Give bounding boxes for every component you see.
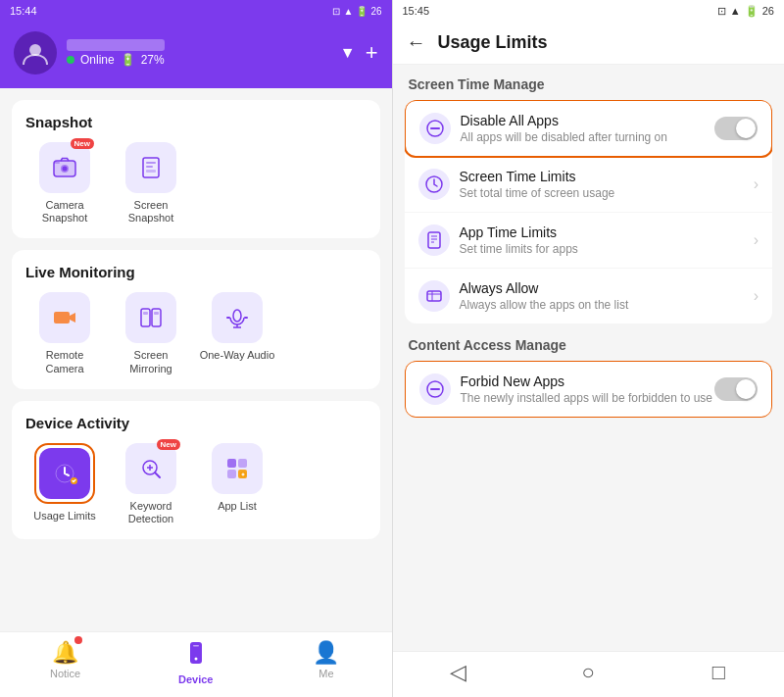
keyword-detection-item[interactable]: New Keyword Detection <box>112 443 190 525</box>
home-nav-icon: ○ <box>582 660 595 685</box>
app-time-limits-desc: Set time limits for apps <box>460 242 754 256</box>
device-icon <box>183 640 209 672</box>
nav-device[interactable]: Device <box>130 640 261 685</box>
svg-rect-39 <box>428 232 440 248</box>
camera-new-badge: New <box>71 138 94 149</box>
usage-limits-selected-border <box>34 443 95 504</box>
right-panel: 15:45 ⊡ ▲ 🔋 26 ← Usage Limits Screen Tim… <box>393 0 785 697</box>
online-indicator <box>67 56 74 64</box>
usage-limits-icon <box>39 448 90 499</box>
svg-rect-13 <box>143 312 148 315</box>
right-content: Screen Time Manage Disable All Apps <box>393 65 785 651</box>
remote-camera-label: Remote Camera <box>25 349 104 374</box>
time-right: 15:45 <box>403 5 430 17</box>
content-access-card: Forbid New Apps The newly installed apps… <box>405 361 773 418</box>
content-access-section: Content Access Manage Forbid New Apps <box>405 337 773 418</box>
always-allow-item[interactable]: Always Allow Always allow the apps on th… <box>405 269 773 324</box>
bottom-nav-right: ◁ ○ □ <box>393 651 785 697</box>
disable-all-apps-toggle[interactable] <box>714 117 758 140</box>
screen-time-limits-text: Screen Time Limits Set total time of scr… <box>460 169 754 200</box>
screen-mirroring-label: Screen Mirroring <box>112 349 190 374</box>
snapshot-grid: New Camera Snapshot Screen Snapsho <box>25 142 367 224</box>
usage-limits-item[interactable]: Usage Limits <box>25 443 104 525</box>
device-activity-section: Device Activity <box>12 401 380 539</box>
app-time-icon <box>418 224 450 256</box>
notice-badge <box>74 636 82 644</box>
camera-snapshot-label: Camera Snapshot <box>25 199 104 224</box>
screen-time-limits-item[interactable]: Screen Time Limits Set total time of scr… <box>405 157 773 213</box>
screen-mirroring-item[interactable]: Screen Mirroring <box>112 292 190 374</box>
svg-rect-8 <box>146 166 153 168</box>
status-bar-left: 15:44 ⊡ ▲ 🔋 26 <box>0 0 392 22</box>
disable-all-apps-title: Disable All Apps <box>461 113 715 128</box>
device-activity-title: Device Activity <box>25 415 367 431</box>
app-list-item[interactable]: App List <box>198 443 276 525</box>
online-label: Online <box>80 53 115 67</box>
user-header: Online 🔋 27% ▼ + <box>0 22 392 88</box>
dropdown-button[interactable]: ▼ <box>340 44 356 62</box>
battery-left: 26 <box>370 6 381 17</box>
app-list-icon <box>212 443 263 494</box>
nav-notice[interactable]: 🔔 Notice <box>0 640 130 685</box>
avatar <box>14 31 57 75</box>
svg-rect-11 <box>141 309 150 326</box>
me-label: Me <box>318 668 333 679</box>
nav-back-right[interactable]: ◁ <box>393 660 523 685</box>
disable-all-apps-desc: All apps will be disabled after turning … <box>461 130 715 144</box>
app-time-chevron: › <box>754 231 759 249</box>
always-allow-text: Always Allow Always allow the apps on th… <box>460 280 754 312</box>
forbid-new-apps-toggle[interactable] <box>714 377 758 401</box>
battery-right: 26 <box>762 5 774 17</box>
svg-rect-28 <box>227 470 236 478</box>
nav-me[interactable]: 👤 Me <box>261 640 391 685</box>
forbid-new-apps-item[interactable]: Forbid New Apps The newly installed apps… <box>406 362 772 417</box>
app-list-label: App List <box>218 500 257 513</box>
screen-time-section: Screen Time Manage Disable All Apps <box>405 76 773 324</box>
nav-home-right[interactable]: ○ <box>523 660 654 685</box>
live-monitoring-section: Live Monitoring Remote Camera <box>12 250 380 388</box>
user-info: Online 🔋 27% <box>67 39 330 67</box>
forbid-new-apps-desc: The newly installed apps will be forbidd… <box>461 391 715 405</box>
disable-all-apps-text: Disable All Apps All apps will be disabl… <box>461 113 715 144</box>
forbid-new-apps-title: Forbid New Apps <box>461 373 715 389</box>
usage-limits-label: Usage Limits <box>33 510 96 523</box>
svg-point-4 <box>63 167 68 172</box>
left-content: Snapshot New Ca <box>0 88 392 631</box>
app-time-limits-item[interactable]: App Time Limits Set time limits for apps… <box>405 213 773 269</box>
always-allow-chevron: › <box>754 287 759 305</box>
one-way-audio-item[interactable]: One-Way Audio <box>198 292 276 374</box>
header-actions: ▼ + <box>340 40 378 66</box>
one-way-audio-icon <box>212 292 263 343</box>
forbid-icon <box>419 373 451 405</box>
page-title: Usage Limits <box>438 32 548 53</box>
snapshot-title: Snapshot <box>25 114 367 130</box>
screen-time-limits-title: Screen Time Limits <box>460 169 754 184</box>
live-monitoring-title: Live Monitoring <box>25 264 367 280</box>
back-nav-icon: ◁ <box>450 660 466 685</box>
live-monitoring-grid: Remote Camera Screen Mirroring <box>25 292 367 374</box>
disable-icon <box>419 113 451 144</box>
nav-recents-right[interactable]: □ <box>654 660 784 685</box>
svg-rect-26 <box>227 459 236 468</box>
screen-time-icon <box>418 169 450 200</box>
svg-point-34 <box>194 658 197 661</box>
svg-point-15 <box>233 310 241 322</box>
forbid-new-apps-text: Forbid New Apps The newly installed apps… <box>461 373 715 405</box>
screen-snapshot-item[interactable]: Screen Snapshot <box>112 142 190 224</box>
forbid-new-apps-outlined: Forbid New Apps The newly installed apps… <box>405 361 773 418</box>
status-bar-right: 15:45 ⊡ ▲ 🔋 26 <box>393 0 785 22</box>
content-access-title: Content Access Manage <box>405 337 773 353</box>
remote-camera-item[interactable]: Remote Camera <box>25 292 104 374</box>
always-allow-icon <box>418 280 450 312</box>
disable-all-apps-item[interactable]: Disable All Apps All apps will be disabl… <box>406 101 772 156</box>
add-button[interactable]: + <box>366 40 378 66</box>
back-button[interactable]: ← <box>407 31 426 54</box>
app-time-limits-text: App Time Limits Set time limits for apps <box>460 224 754 256</box>
device-label: Device <box>178 673 213 685</box>
keyword-new-badge: New <box>157 439 180 450</box>
notice-icon: 🔔 <box>52 640 78 666</box>
status-icons-right: ⊡ ▲ 🔋 26 <box>717 5 774 18</box>
camera-snapshot-item[interactable]: New Camera Snapshot <box>25 142 104 224</box>
user-status: Online 🔋 27% <box>67 53 330 67</box>
svg-rect-12 <box>152 309 161 326</box>
